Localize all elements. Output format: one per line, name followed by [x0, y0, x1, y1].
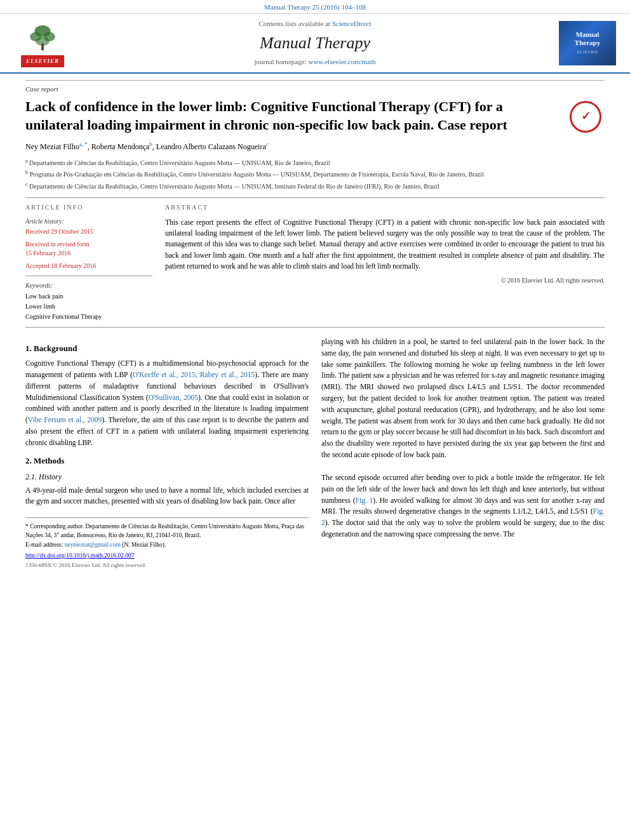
accepted-date: Accepted 18 February 2016	[25, 262, 152, 270]
corresponding-author-note: * Corresponding author. Departamento de …	[25, 522, 309, 540]
affiliation-b: b Programa de Pós-Graduação em Ciências …	[25, 169, 605, 179]
background-text: Cognitive Functional Therapy (CFT) is a …	[25, 358, 309, 449]
article-content: Case report Lack of confidence in the lo…	[0, 74, 630, 576]
history-subtitle: 2.1. History	[25, 472, 309, 483]
right-column: playing with his children in a pool, he …	[321, 337, 605, 570]
journal-header: ELSEVIER Contents lists available at Sci…	[0, 14, 630, 73]
sciencedirect-link[interactable]: ScienceDirect	[332, 20, 372, 27]
main-body: 1. Background Cognitive Functional Thera…	[25, 337, 605, 570]
info-abstract-section: ARTICLE INFO Article history: Received 2…	[25, 203, 605, 322]
keywords-list: Low back pain Lower limb Cognitive Funct…	[25, 291, 152, 322]
journal-homepage: journal homepage: www.elsevier.com/math	[84, 57, 546, 67]
elsevier-wordmark: ELSEVIER	[21, 55, 64, 67]
affiliation-c: c Departamento de Ciências da Reabilitaç…	[25, 181, 605, 191]
email-link[interactable]: neymeziat@gmail.com	[65, 542, 121, 548]
right-col-text-1: playing with his children in a pool, he …	[321, 337, 605, 461]
background-title: 1. Background	[25, 343, 309, 354]
logo-publisher: ELSEVIER	[577, 50, 598, 56]
abstract-text: This case report presents the effect of …	[165, 217, 605, 285]
article-title: Lack of confidence in the lower limb: Co…	[25, 98, 605, 134]
keywords-label: Keywords:	[25, 281, 152, 290]
info-divider	[25, 276, 152, 276]
ref-okeeffe[interactable]: O'Keeffe et al., 2015; Rabey et al., 201…	[133, 371, 255, 378]
left-column: 1. Background Cognitive Functional Thera…	[25, 337, 309, 570]
sciencedirect-info: Contents lists available at ScienceDirec…	[84, 19, 546, 29]
logo-title: ManualTherapy	[575, 30, 600, 47]
ref-fig2[interactable]: Fig. 2	[321, 507, 605, 526]
right-col-text-2: The second episode occurred after bendin…	[321, 472, 605, 540]
doi-link[interactable]: http://dx.doi.org/10.1016/j.math.2016.02…	[25, 552, 309, 560]
keywords-section: Keywords: Low back pain Lower limb Cogni…	[25, 281, 152, 322]
author-2: Roberta Mendonça	[91, 142, 150, 151]
affiliation-a: a Departamento de Ciências da Reabilitaç…	[25, 157, 605, 168]
journal-logo-box: ManualTherapy ELSEVIER	[559, 21, 616, 65]
keyword-3: Cognitive Functional Therapy	[25, 312, 152, 322]
keyword-1: Low back pain	[25, 291, 152, 302]
crossmark-badge[interactable]: ✓	[566, 98, 605, 136]
journal-citation: Manual Therapy 25 (2016) 104–108	[264, 3, 366, 11]
doi-anchor[interactable]: http://dx.doi.org/10.1016/j.math.2016.02…	[25, 552, 135, 559]
crossmark-icon: ✓	[570, 101, 601, 133]
journal-name: Manual Therapy	[84, 32, 546, 55]
revised-date: Received in revised form 15 February 201…	[25, 240, 152, 258]
article-type-label: Case report	[25, 80, 605, 94]
ref-osullivan[interactable]: O'Sullivan, 2005	[149, 394, 198, 401]
copyright-notice: © 2016 Elsevier Ltd. All rights reserved…	[165, 276, 605, 285]
authors-line: Ney Meziat Filhoa, *, Roberta Mendonçab,…	[25, 140, 605, 152]
tree-logo	[23, 24, 62, 53]
affiliations-section: a Departamento de Ciências da Reabilitaç…	[25, 157, 605, 191]
footnote-section: * Corresponding author. Departamento de …	[25, 517, 309, 570]
issn-notice: 1356-689X/© 2016 Elsevier Ltd. All right…	[25, 561, 309, 570]
keyword-2: Lower limb	[25, 302, 152, 312]
journal-title-section: Contents lists available at ScienceDirec…	[84, 19, 546, 67]
journal-logo-section: ManualTherapy ELSEVIER	[553, 19, 622, 67]
history-text: A 49-year-old male dental surgeon who us…	[25, 485, 309, 508]
abstract-header: ABSTRACT	[165, 203, 605, 212]
journal-citation-bar: Manual Therapy 25 (2016) 104–108	[0, 0, 630, 14]
methods-title: 2. Methods	[25, 455, 309, 467]
article-info-header: ARTICLE INFO	[25, 203, 152, 212]
body-divider	[25, 327, 605, 328]
elsevier-logo-section: ELSEVIER	[8, 19, 77, 67]
abstract-column: ABSTRACT This case report presents the e…	[165, 203, 605, 322]
author-1: Ney Meziat Filho	[25, 142, 79, 151]
history-label: Article history:	[25, 217, 152, 226]
section-divider	[25, 197, 605, 198]
ref-vibe[interactable]: Vibe Fersum et al., 2009	[28, 416, 102, 423]
article-info-column: ARTICLE INFO Article history: Received 2…	[25, 203, 152, 322]
author-3: Leandro Alberto Calazans Nogueira	[156, 142, 266, 151]
received-date: Received 29 October 2015	[25, 227, 152, 236]
ref-fig1[interactable]: Fig. 1	[356, 497, 373, 504]
journal-url[interactable]: www.elsevier.com/math	[308, 58, 375, 65]
svg-rect-4	[41, 44, 44, 51]
email-note: E-mail address: neymeziat@gmail.com (N. …	[25, 540, 309, 549]
